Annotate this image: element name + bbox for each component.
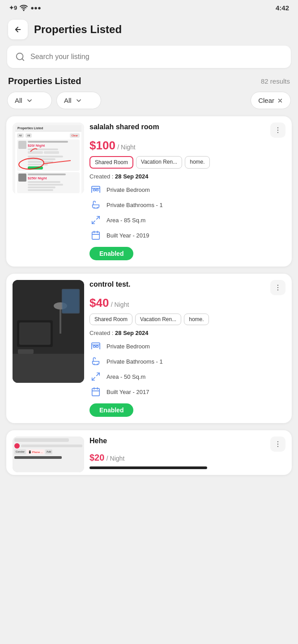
created-date: Created : 28 Sep 2024 — [89, 330, 285, 336]
room-photo — [13, 280, 84, 383]
created-date: Created : 28 Sep 2024 — [89, 173, 285, 180]
status-time: 4:42 — [276, 4, 289, 12]
area-text: Area - 50 Sq.m — [106, 373, 145, 380]
property-card: control test. $40 / Night Shared Room Va… — [6, 274, 292, 423]
svg-point-4 — [277, 130, 278, 131]
builtyear-detail: Built Year - 2017 — [89, 386, 285, 398]
card-header-row: salalah shared room — [89, 123, 285, 138]
svg-rect-17 — [19, 322, 51, 345]
bath-icon — [89, 199, 102, 211]
chevron-down-icon-1 — [26, 97, 33, 104]
card-header-row: control test. — [89, 280, 285, 295]
svg-rect-22 — [18, 349, 34, 354]
bedroom-text: Private Bedroom — [106, 186, 150, 193]
svg-point-34 — [277, 441, 278, 442]
tags-row: Shared Room Vacation Ren... home. — [89, 314, 285, 325]
search-container — [0, 46, 298, 74]
svg-point-36 — [277, 446, 278, 447]
card-top: control test. $40 / Night Shared Room Va… — [13, 280, 285, 417]
more-dots-icon — [274, 126, 282, 134]
screenshot-inner: Properties Listed All All Clear — [13, 123, 84, 194]
svg-rect-14 — [13, 352, 84, 383]
svg-line-29 — [92, 377, 95, 380]
more-options-button[interactable] — [270, 280, 285, 295]
redacted-bar — [89, 466, 207, 469]
tag-vacation: Vacation Ren... — [135, 314, 181, 325]
bathroom-text: Private Bathrooms - 1 — [106, 358, 163, 365]
price-row-partial: $20 / Night — [89, 453, 285, 463]
bath-icon — [89, 355, 102, 368]
area-detail: Area - 85 Sq.m — [89, 214, 285, 226]
ss-content: All All Clear $20/ Night — [15, 131, 81, 194]
back-button[interactable] — [8, 20, 28, 39]
tag-home: home. — [185, 156, 209, 169]
card-image-partial: Gender 📱 Phone ... Add — [13, 436, 84, 472]
price-unit: / Night — [117, 144, 135, 151]
tag-home: home. — [184, 314, 209, 325]
area-icon — [89, 214, 102, 226]
status-badge: Enabled — [89, 247, 133, 260]
tags-row: Shared Room Vacation Ren... home. — [89, 156, 285, 169]
svg-rect-18 — [60, 307, 61, 334]
card-info: control test. $40 / Night Shared Room Va… — [89, 280, 285, 417]
card-title: salalah shared room — [89, 123, 159, 132]
calendar-icon — [89, 386, 102, 398]
bedroom-detail: Private Bedroom — [89, 183, 285, 196]
price-unit-partial: / Night — [106, 455, 124, 462]
more-options-button-partial[interactable] — [270, 436, 285, 452]
svg-rect-7 — [96, 189, 98, 191]
filter-2-label: All — [64, 97, 72, 104]
property-card-partial: Gender 📱 Phone ... Add Hehe — [6, 430, 292, 475]
bedroom-detail: Private Bedroom — [89, 340, 285, 352]
area-detail: Area - 50 Sq.m — [89, 370, 285, 383]
svg-line-8 — [97, 216, 99, 219]
price-unit: / Night — [111, 301, 129, 308]
card-info: salalah shared room $100 / Night Shared … — [89, 123, 285, 260]
tag-shared-room: Shared Room — [89, 156, 133, 169]
bed-icon — [89, 340, 102, 352]
section-title: Properties Listed — [8, 76, 81, 86]
more-dots-icon — [274, 440, 282, 448]
card-image: Properties Listed All All Clear — [13, 123, 84, 194]
bed-icon — [89, 183, 102, 196]
status-network: ✦9 — [9, 4, 17, 11]
bathroom-detail: Private Bathrooms - 1 — [89, 355, 285, 368]
builtyear-detail: Built Year - 2019 — [89, 229, 285, 242]
svg-point-3 — [277, 127, 278, 128]
filter-1-label: All — [15, 97, 22, 104]
svg-line-28 — [97, 373, 99, 376]
svg-point-0 — [23, 10, 24, 11]
close-icon — [277, 97, 283, 104]
filter-dropdown-2[interactable]: All — [56, 92, 101, 109]
status-signal: ●●● — [30, 4, 41, 11]
svg-point-24 — [277, 287, 278, 288]
property-price-partial: $20 — [89, 453, 104, 462]
price-row: $40 / Night — [89, 296, 285, 310]
area-icon — [89, 370, 102, 383]
results-count: 82 results — [261, 77, 290, 85]
chevron-down-icon-2 — [75, 97, 82, 104]
svg-rect-27 — [96, 346, 98, 347]
more-options-button[interactable] — [270, 123, 285, 138]
svg-point-25 — [277, 289, 278, 290]
ss-header: Properties Listed — [15, 125, 81, 131]
svg-rect-21 — [63, 290, 79, 313]
clear-button[interactable]: Clear — [251, 92, 291, 109]
property-price: $100 — [89, 139, 115, 152]
section-header: Properties Listed 82 results — [0, 74, 298, 92]
svg-rect-10 — [92, 232, 100, 240]
filter-dropdown-1[interactable]: All — [7, 92, 52, 109]
price-row: $100 / Night — [89, 139, 285, 153]
search-input[interactable] — [30, 53, 283, 61]
bathroom-text: Private Bathrooms - 1 — [106, 202, 163, 208]
page-header: Properties Listed — [0, 15, 298, 46]
status-left: ✦9 ●●● — [9, 4, 41, 12]
card-image — [13, 280, 84, 383]
area-text: Area - 85 Sq.m — [106, 217, 145, 224]
clear-label: Clear — [258, 97, 274, 104]
more-dots-icon — [274, 284, 282, 292]
card-partial: Gender 📱 Phone ... Add Hehe — [13, 436, 285, 472]
card-info-partial: Hehe $20 / Night — [89, 436, 285, 469]
wifi-icon — [20, 4, 28, 12]
builtyear-text: Built Year - 2017 — [106, 389, 149, 395]
